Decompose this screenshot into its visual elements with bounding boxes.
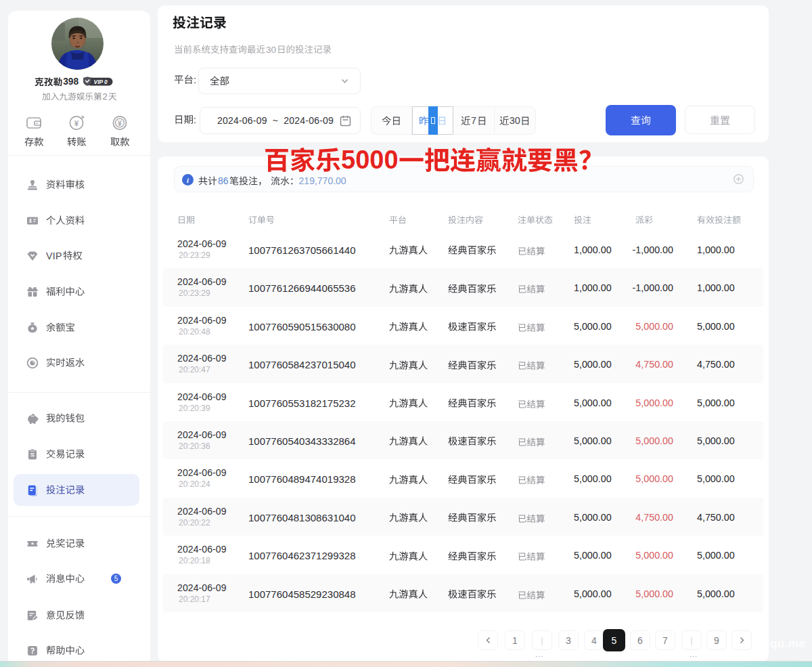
svg-text:VIP 0: VIP 0 [94, 79, 108, 85]
svg-text:¥: ¥ [74, 119, 79, 127]
svg-text:¥: ¥ [118, 119, 122, 127]
